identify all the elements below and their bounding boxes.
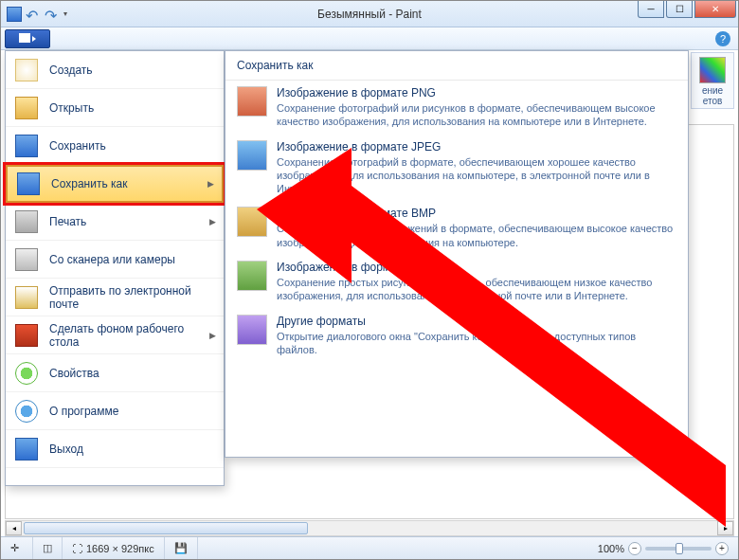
menu-label: Сохранить как [51, 177, 127, 190]
menu-item-set-desktop[interactable]: Сделать фоном рабочего стола ▶ [6, 316, 224, 354]
disk-icon: 💾 [174, 542, 188, 554]
bmp-icon [237, 207, 267, 237]
print-icon [15, 210, 38, 233]
menu-item-properties[interactable]: Свойства [6, 354, 224, 392]
submenu-header: Сохранить как [225, 51, 688, 81]
submenu-title: Изображение в формате JPEG [277, 140, 676, 154]
menu-label: Со сканера или камеры [49, 253, 175, 266]
submenu-item-gif[interactable]: Изображение в формате GIF Сохранение про… [225, 255, 688, 309]
menu-item-new[interactable]: Создать [6, 51, 224, 89]
submenu-title: Другие форматы [277, 315, 676, 328]
qat-save-icon[interactable] [7, 7, 22, 22]
edit-colors-icon[interactable] [699, 57, 726, 83]
other-formats-icon [237, 315, 267, 345]
submenu-item-png[interactable]: Изображение в формате PNG Сохранение фот… [225, 81, 688, 135]
qat-redo-icon[interactable]: ↷ [45, 7, 60, 22]
horizontal-scrollbar[interactable]: ◂ ▸ [5, 520, 734, 536]
menu-label: Свойства [49, 367, 99, 380]
menu-item-scanner[interactable]: Со сканера или камеры [6, 241, 224, 279]
file-menu-button[interactable] [5, 29, 50, 48]
chevron-right-icon: ▶ [209, 331, 216, 340]
edit-colors-panel: ение етов [691, 52, 734, 109]
size-icon: ⛶ [72, 543, 82, 554]
scroll-thumb[interactable] [24, 522, 308, 534]
ribbon: ? [1, 27, 738, 50]
submenu-desc: Сохранение простых рисунков в формате, о… [277, 276, 676, 303]
menu-label: Печать [49, 215, 86, 228]
submenu-title: Изображение в формате GIF [277, 261, 676, 274]
submenu-desc: Сохранение фотографий в формате, обеспеч… [277, 155, 676, 196]
email-icon [15, 286, 38, 309]
menu-label: Открыть [49, 101, 94, 115]
quick-access-toolbar: ↶ ↷ ▾ [1, 7, 67, 22]
open-icon [15, 97, 38, 119]
scroll-left-button[interactable]: ◂ [6, 521, 22, 535]
menu-item-print[interactable]: Печать ▶ [6, 203, 224, 241]
maximize-button[interactable]: ☐ [666, 1, 693, 18]
submenu-item-jpeg[interactable]: Изображение в формате JPEG Сохранение фо… [225, 135, 688, 202]
menu-item-email[interactable]: Отправить по электронной почте [6, 279, 224, 316]
status-zoom: 100% − + [588, 537, 738, 559]
help-icon[interactable]: ? [715, 31, 730, 46]
exit-icon [15, 438, 38, 461]
titlebar: ↶ ↷ ▾ Безымянный - Paint ─ ☐ ✕ [1, 1, 738, 27]
menu-label: Отправить по электронной почте [49, 284, 214, 311]
menu-item-open[interactable]: Открыть [6, 89, 224, 127]
menu-label: Выход [49, 443, 83, 456]
selection-icon: ◫ [43, 542, 52, 554]
status-coords: ✛ [1, 537, 33, 559]
menu-item-save[interactable]: Сохранить [6, 127, 224, 165]
file-menu-icon [19, 33, 36, 45]
submenu-desc: Сохранение любых изображений в формате, … [277, 222, 676, 249]
about-icon [15, 400, 38, 423]
menu-label: О программе [49, 405, 118, 418]
scanner-icon [15, 248, 38, 271]
window-title: Безымянный - Paint [317, 8, 422, 21]
status-disk: 💾 [165, 537, 198, 559]
cursor-icon: ✛ [10, 542, 19, 554]
submenu-item-other-formats[interactable]: Другие форматы Открытие диалогового окна… [225, 309, 688, 363]
menu-label: Создать [49, 63, 93, 77]
zoom-slider-thumb[interactable] [676, 543, 683, 554]
menu-label: Сделать фоном рабочего стола [49, 322, 214, 349]
gif-icon [237, 261, 267, 291]
window-controls: ─ ☐ ✕ [638, 1, 738, 18]
menu-item-exit[interactable]: Выход [6, 430, 224, 468]
png-icon [237, 86, 267, 117]
chevron-right-icon: ▶ [209, 217, 216, 226]
zoom-slider[interactable] [645, 547, 712, 551]
properties-icon [15, 362, 38, 385]
edit-colors-label1: ение [694, 85, 731, 96]
submenu-title: Изображение в формате PNG [277, 86, 676, 99]
menu-item-save-as[interactable]: Сохранить как ▶ [6, 165, 224, 203]
zoom-out-button[interactable]: − [628, 542, 641, 555]
save-as-submenu: Сохранить как Изображение в формате PNG … [225, 50, 689, 458]
status-size: ⛶ 1669 × 929пкс [63, 537, 165, 559]
menu-label: Сохранить [49, 139, 106, 153]
status-selection: ◫ [33, 537, 63, 559]
desktop-icon [15, 324, 38, 347]
save-icon [15, 135, 38, 157]
chevron-right-icon: ▶ [207, 179, 214, 189]
svg-rect-0 [19, 33, 30, 43]
edit-colors-label2: етов [694, 96, 731, 106]
zoom-in-button[interactable]: + [715, 542, 729, 555]
zoom-value: 100% [598, 543, 624, 554]
scroll-right-button[interactable]: ▸ [717, 521, 733, 535]
submenu-title: Изображение в формате BMP [277, 207, 676, 220]
submenu-desc: Открытие диалогового окна "Сохранить как… [277, 330, 676, 357]
minimize-button[interactable]: ─ [638, 1, 664, 18]
submenu-desc: Сохранение фотографий или рисунков в фор… [277, 101, 676, 129]
qat-undo-icon[interactable]: ↶ [26, 7, 41, 22]
submenu-item-bmp[interactable]: Изображение в формате BMP Сохранение люб… [225, 201, 688, 255]
new-icon [15, 59, 38, 81]
qat-dropdown-icon[interactable]: ▾ [63, 9, 67, 18]
jpeg-icon [237, 140, 267, 171]
statusbar: ✛ ◫ ⛶ 1669 × 929пкс 💾 100% − + [1, 536, 738, 559]
menu-item-about[interactable]: О программе [6, 392, 224, 430]
file-menu: Создать Открыть Сохранить Сохранить как … [5, 50, 225, 486]
close-button[interactable]: ✕ [694, 1, 736, 18]
save-as-icon [17, 172, 40, 195]
